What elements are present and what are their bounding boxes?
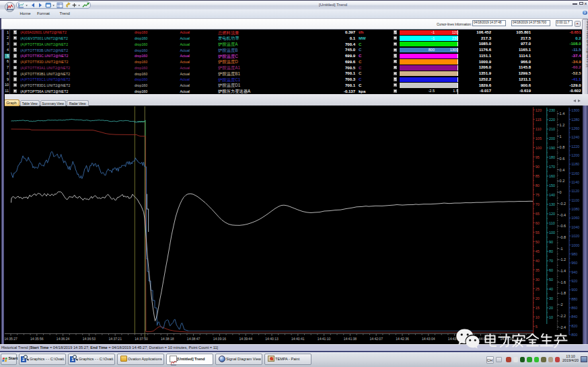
svg-text:14:36:53: 14:36:53	[83, 337, 96, 341]
svg-text:-0.4: -0.4	[560, 213, 566, 217]
svg-text:1: 1	[560, 134, 562, 138]
svg-text:55: 55	[536, 231, 540, 235]
svg-text:1240: 1240	[571, 135, 579, 139]
svg-text:1140: 1140	[571, 180, 579, 184]
svg-text:14:40:13: 14:40:13	[265, 337, 279, 341]
svg-text:0.8: 0.8	[560, 145, 565, 149]
svg-text:1060: 1060	[571, 216, 579, 220]
svg-text:1160: 1160	[571, 171, 579, 175]
svg-text:1200: 1200	[571, 153, 579, 157]
svg-text:220: 220	[549, 118, 555, 122]
svg-text:14:42:07: 14:42:07	[369, 337, 383, 341]
svg-text:14:37:21: 14:37:21	[108, 337, 122, 341]
svg-text:10: 10	[549, 315, 553, 319]
svg-text:14:35:27: 14:35:27	[4, 337, 17, 341]
svg-text:14:38:47: 14:38:47	[187, 337, 200, 341]
svg-text:-0.6: -0.6	[560, 224, 566, 228]
svg-text:130: 130	[549, 202, 555, 206]
svg-text:105: 105	[536, 136, 542, 140]
svg-text:0.4: 0.4	[560, 168, 565, 172]
svg-text:30: 30	[536, 278, 540, 282]
svg-text:90: 90	[536, 165, 540, 169]
svg-text:100: 100	[536, 146, 542, 150]
svg-text:30: 30	[549, 296, 553, 300]
svg-text:120: 120	[549, 212, 555, 216]
svg-text:85: 85	[536, 174, 540, 178]
svg-text:880: 880	[571, 297, 577, 301]
svg-text:1020: 1020	[571, 234, 579, 238]
svg-text:960: 960	[571, 261, 577, 265]
svg-text:95: 95	[536, 155, 540, 159]
svg-text:80: 80	[549, 249, 553, 253]
svg-text:14:39:44: 14:39:44	[239, 337, 252, 341]
svg-text:14:36:24: 14:36:24	[57, 337, 70, 341]
svg-text:60: 60	[536, 221, 540, 225]
svg-text:160: 160	[549, 174, 555, 178]
svg-text:60: 60	[549, 268, 553, 272]
svg-text:0.2: 0.2	[560, 179, 565, 183]
svg-text:14:43:04: 14:43:04	[422, 337, 435, 341]
svg-text:90: 90	[549, 240, 553, 244]
svg-text:900: 900	[571, 288, 577, 292]
svg-text:70: 70	[549, 259, 553, 263]
svg-text:14:40:41: 14:40:41	[291, 337, 305, 341]
svg-text:150: 150	[549, 184, 555, 188]
svg-text:14:37:50: 14:37:50	[135, 337, 148, 341]
svg-text:14:35:56: 14:35:56	[30, 337, 44, 341]
svg-text:110: 110	[536, 127, 542, 131]
svg-text:25: 25	[536, 287, 540, 291]
svg-text:920: 920	[571, 279, 577, 283]
svg-text:115: 115	[536, 118, 542, 122]
svg-text:-0.2: -0.2	[560, 202, 566, 206]
svg-text:10: 10	[536, 315, 540, 319]
svg-text:-2: -2	[560, 302, 563, 307]
svg-text:65: 65	[536, 212, 540, 216]
svg-text:1100: 1100	[571, 198, 579, 202]
svg-text:20: 20	[549, 306, 553, 310]
svg-text:70: 70	[536, 202, 540, 206]
svg-text:14:39:16: 14:39:16	[213, 337, 227, 341]
svg-text:190: 190	[549, 146, 555, 150]
svg-text:140: 140	[549, 193, 555, 197]
svg-text:0.6: 0.6	[560, 157, 565, 161]
svg-text:1280: 1280	[571, 118, 579, 122]
svg-text:-1.4: -1.4	[560, 269, 566, 273]
svg-text:14:42:36: 14:42:36	[396, 337, 409, 341]
svg-text:840: 840	[571, 315, 577, 319]
svg-text:0: 0	[560, 190, 562, 194]
svg-text:1300: 1300	[571, 108, 579, 112]
svg-text:1000: 1000	[571, 243, 579, 247]
svg-text:1.4: 1.4	[560, 112, 565, 116]
svg-text:-1.2: -1.2	[560, 257, 566, 261]
svg-text:170: 170	[549, 165, 555, 169]
svg-text:230: 230	[549, 108, 555, 112]
svg-text:210: 210	[549, 127, 555, 131]
svg-text:200: 200	[549, 136, 555, 140]
svg-text:20: 20	[536, 296, 540, 300]
svg-text:14:41:38: 14:41:38	[344, 337, 357, 341]
svg-text:1180: 1180	[571, 162, 579, 166]
svg-text:1220: 1220	[571, 145, 579, 149]
svg-text:35: 35	[536, 268, 540, 272]
svg-text:940: 940	[571, 270, 577, 274]
svg-text:180: 180	[549, 155, 555, 159]
svg-text:1080: 1080	[571, 207, 579, 211]
svg-text:75: 75	[536, 193, 540, 197]
svg-text:15: 15	[536, 306, 540, 310]
svg-text:1120: 1120	[571, 189, 579, 193]
svg-text:-2.2: -2.2	[560, 314, 566, 318]
svg-text:14:41:10: 14:41:10	[318, 337, 331, 341]
svg-text:980: 980	[571, 252, 577, 256]
svg-text:50: 50	[549, 278, 553, 282]
svg-text:120: 120	[536, 108, 542, 112]
svg-text:-1: -1	[560, 247, 563, 251]
svg-text:860: 860	[571, 306, 577, 310]
svg-text:100: 100	[549, 231, 555, 235]
svg-text:-1.6: -1.6	[560, 280, 566, 284]
svg-text:14:38:18: 14:38:18	[161, 337, 174, 341]
svg-text:40: 40	[549, 287, 553, 291]
svg-text:80: 80	[536, 184, 540, 188]
svg-text:-1.8: -1.8	[560, 291, 566, 295]
svg-text:-0.8: -0.8	[560, 235, 566, 239]
svg-text:50: 50	[536, 240, 540, 244]
